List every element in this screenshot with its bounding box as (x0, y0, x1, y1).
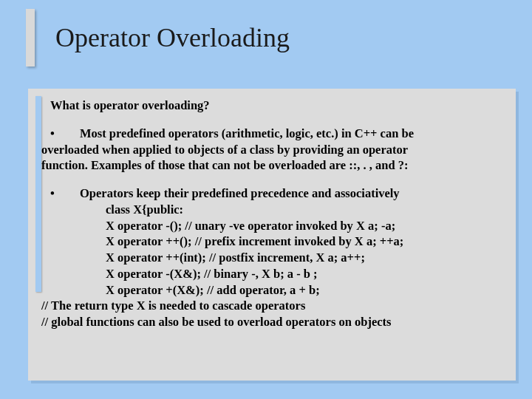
code-line: X operator -(); // unary -ve operator in… (50, 218, 505, 234)
question-heading: What is operator overloading? (50, 98, 505, 114)
para2-line1: Operators keep their predefined preceden… (80, 186, 400, 200)
code-line: X operator +(X&); // add operator, a + b… (50, 282, 505, 299)
bullet-icon: • (50, 126, 80, 142)
bullet-icon: • (50, 185, 80, 202)
para1-line1: Most predefined operators (arithmetic, l… (80, 126, 414, 140)
paragraph-2: •Operators keep their predefined precede… (50, 185, 505, 330)
text-area: What is operator overloading? •Most pred… (50, 98, 505, 330)
code-line: class X{public: (50, 202, 505, 218)
para1-line3: function. Examples of those that can not… (41, 157, 505, 174)
content-box: What is operator overloading? •Most pred… (28, 89, 516, 381)
code-line: X operator ++(int); // postfix increment… (50, 250, 505, 266)
comment-line: // The return type X is needed to cascad… (41, 298, 505, 314)
slide-header: Operator Overloading (0, 0, 532, 87)
comment-line: // global functions can also be used to … (41, 314, 505, 330)
header-accent-bar (26, 9, 35, 66)
paragraph-1: •Most predefined operators (arithmetic, … (50, 126, 505, 174)
content-accent-bar (35, 96, 41, 292)
slide-title: Operator Overloading (55, 22, 290, 53)
code-line: X operator ++(); // prefix increment inv… (50, 233, 505, 250)
para1-line2: overloaded when applied to objects of a … (41, 142, 505, 158)
content-container: What is operator overloading? •Most pred… (28, 89, 516, 381)
code-line: X operator -(X&); // binary -, X b; a - … (50, 266, 505, 282)
